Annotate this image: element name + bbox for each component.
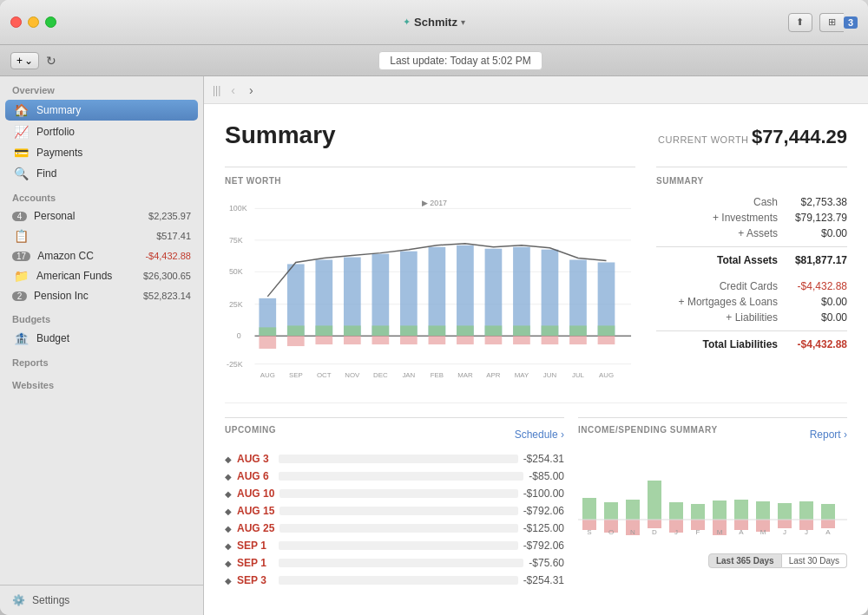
summary-top: NET WORTH 100K 75K 50K 25K 0 -25K bbox=[225, 167, 847, 385]
upcoming-row-desc bbox=[279, 472, 523, 481]
summary-section: SUMMARY Cash $2,753.38 + Investments $79… bbox=[656, 167, 847, 385]
liabilities-value: $0.00 bbox=[778, 311, 847, 324]
svg-text:S: S bbox=[587, 528, 591, 536]
minimize-button[interactable] bbox=[28, 16, 39, 28]
american-funds-value: $26,300.65 bbox=[143, 271, 191, 281]
schedule-link[interactable]: Schedule › bbox=[515, 429, 564, 441]
svg-rect-18 bbox=[287, 336, 305, 346]
svg-rect-41 bbox=[513, 325, 530, 336]
upcoming-row: ◆ AUG 15 -$792.06 bbox=[225, 502, 564, 520]
svg-text:APR: APR bbox=[486, 371, 501, 379]
svg-rect-50 bbox=[598, 325, 615, 336]
svg-rect-87 bbox=[821, 504, 835, 520]
svg-text:MAY: MAY bbox=[515, 371, 529, 379]
summary-header: Summary CURRENT WORTH $77,444.29 bbox=[225, 121, 847, 149]
svg-rect-35 bbox=[457, 325, 474, 336]
svg-rect-25 bbox=[372, 254, 389, 337]
svg-rect-21 bbox=[315, 336, 332, 344]
upcoming-row-arrow: ◆ bbox=[225, 489, 232, 499]
svg-text:AUG: AUG bbox=[599, 371, 614, 379]
report-link[interactable]: Report › bbox=[810, 429, 847, 441]
svg-text:D: D bbox=[652, 528, 657, 536]
upcoming-row: ◆ AUG 6 -$85.00 bbox=[225, 468, 564, 485]
summary-divider2 bbox=[656, 330, 847, 331]
svg-rect-20 bbox=[315, 325, 332, 336]
svg-rect-77 bbox=[713, 501, 727, 520]
maximize-button[interactable] bbox=[45, 16, 56, 28]
current-worth-value: $77,444.29 bbox=[752, 126, 847, 147]
upcoming-row-date: AUG 15 bbox=[237, 505, 274, 517]
american-funds-label: American Funds bbox=[36, 270, 136, 282]
upcoming-row-date: SEP 3 bbox=[237, 574, 273, 586]
budgets-section-label: Budgets bbox=[0, 305, 203, 328]
summary-divider1 bbox=[656, 246, 847, 247]
sidebar-item-portfolio[interactable]: 📈 Portfolio bbox=[0, 121, 203, 142]
last-365-days-button[interactable]: Last 365 Days bbox=[708, 553, 782, 568]
mortgages-value: $0.00 bbox=[778, 296, 847, 308]
upcoming-row-desc bbox=[279, 507, 517, 515]
mortgages-label: + Mortgages & Loans bbox=[656, 296, 778, 308]
upcoming-row-desc bbox=[279, 524, 517, 533]
svg-rect-27 bbox=[372, 336, 389, 344]
payments-icon: 💳 bbox=[12, 146, 30, 160]
svg-rect-72 bbox=[648, 520, 661, 528]
nav-back-button[interactable]: ‹ bbox=[227, 83, 239, 97]
svg-rect-37 bbox=[485, 249, 503, 337]
sidebar-item-pension[interactable]: 2 Pension Inc $52,823.14 bbox=[0, 286, 203, 305]
sidebar-item-settings[interactable]: ⚙️ Settings bbox=[12, 594, 191, 606]
sidebar-item-summary[interactable]: 🏠 Summary bbox=[5, 100, 198, 121]
titlebar-right: ⬆ ⊞ 3 bbox=[788, 13, 858, 32]
add-dropdown-icon: ⌄ bbox=[24, 55, 33, 67]
sidebar-item-american-funds[interactable]: 📁 American Funds $26,300.65 bbox=[0, 265, 203, 286]
svg-text:JUL: JUL bbox=[572, 371, 585, 379]
summary-page: Summary CURRENT WORTH $77,444.29 NET WOR… bbox=[204, 104, 868, 615]
svg-text:100K: 100K bbox=[229, 204, 247, 213]
upcoming-row-date: SEP 1 bbox=[237, 540, 273, 552]
view-button[interactable]: ⊞ bbox=[819, 13, 844, 32]
svg-rect-26 bbox=[372, 325, 389, 336]
nav-forward-button[interactable]: › bbox=[246, 83, 257, 97]
budget-icon: 🏦 bbox=[12, 331, 30, 345]
title-dropdown-icon[interactable]: ▾ bbox=[461, 17, 465, 27]
sidebar-item-payments[interactable]: 💳 Payments bbox=[0, 142, 203, 163]
svg-rect-65 bbox=[582, 498, 596, 520]
svg-text:N: N bbox=[630, 528, 635, 536]
close-button[interactable] bbox=[10, 16, 22, 28]
sidebar-item-budget[interactable]: 🏦 Budget bbox=[0, 328, 203, 349]
svg-text:▶ 2017: ▶ 2017 bbox=[422, 199, 447, 207]
sidebar-item-personal[interactable]: 4 Personal $2,235.97 bbox=[0, 206, 203, 226]
summary-heading: SUMMARY bbox=[656, 176, 847, 186]
content-toolbar: ||| ‹ › bbox=[204, 76, 868, 104]
upcoming-row-arrow: ◆ bbox=[225, 541, 232, 551]
upcoming-row: ◆ SEP 3 -$254.31 bbox=[225, 572, 564, 589]
add-icon: + bbox=[16, 55, 23, 67]
svg-rect-32 bbox=[429, 325, 446, 336]
sidebar-item-find[interactable]: 🔍 Find bbox=[0, 163, 203, 184]
last-update-label: Last update: Today at 5:02 PM bbox=[378, 51, 542, 70]
svg-text:M: M bbox=[717, 528, 723, 536]
find-icon: 🔍 bbox=[12, 167, 30, 180]
personal-badge: 4 bbox=[12, 212, 27, 221]
total-assets-row: Total Assets $81,877.17 bbox=[656, 252, 847, 268]
sidebar: Overview 🏠 Summary 📈 Portfolio 💳 Payment… bbox=[0, 76, 204, 615]
export-button[interactable]: ⬆ bbox=[788, 13, 812, 32]
add-button[interactable]: + ⌄ bbox=[10, 52, 39, 69]
refresh-button[interactable]: ↻ bbox=[46, 54, 56, 68]
upcoming-row-amount: -$100.00 bbox=[523, 487, 564, 500]
svg-rect-22 bbox=[344, 258, 361, 337]
amazon-badge: 17 bbox=[12, 252, 30, 261]
websites-section-label: Websites bbox=[0, 371, 203, 394]
svg-text:A: A bbox=[739, 528, 744, 536]
svg-rect-29 bbox=[400, 325, 418, 336]
sidebar-item-account2[interactable]: 📋 $517.41 bbox=[0, 226, 203, 246]
upcoming-row-date: AUG 3 bbox=[237, 453, 273, 465]
investments-row: + Investments $79,123.79 bbox=[656, 210, 847, 226]
settings-icon: ⚙️ bbox=[12, 594, 25, 606]
main-layout: Overview 🏠 Summary 📈 Portfolio 💳 Payment… bbox=[0, 76, 868, 615]
upcoming-row-desc bbox=[279, 576, 518, 585]
last-30-days-button[interactable]: Last 30 Days bbox=[782, 553, 847, 568]
sidebar-item-amazon[interactable]: 17 Amazon CC -$4,432.88 bbox=[0, 246, 203, 265]
svg-text:JUN: JUN bbox=[543, 371, 557, 379]
amazon-value: -$4,432.88 bbox=[145, 251, 191, 261]
period-buttons: Last 365 Days Last 30 Days bbox=[578, 553, 847, 568]
